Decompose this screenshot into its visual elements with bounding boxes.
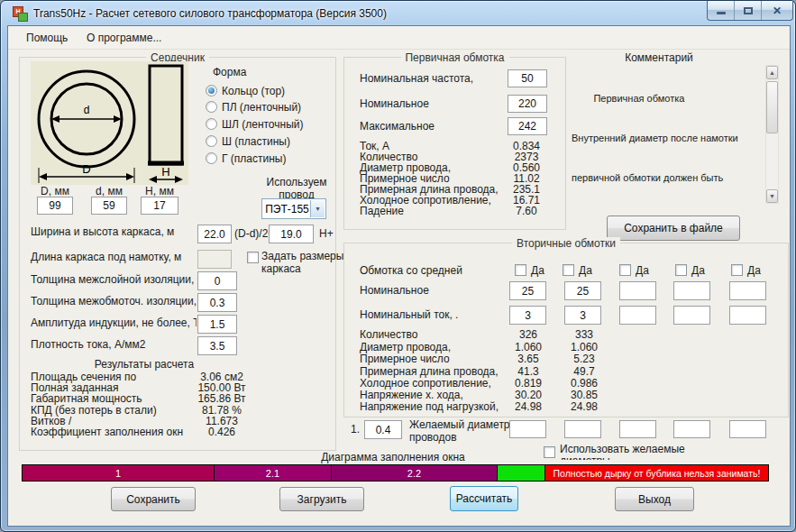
- secondary-result-label: Примерное число: [360, 353, 450, 365]
- induction-input[interactable]: [197, 315, 237, 334]
- middle-winding-checkbox-2[interactable]: [563, 264, 574, 276]
- frame-width-input[interactable]: [197, 225, 232, 243]
- radio-shape-shl[interactable]: [206, 118, 217, 130]
- app-window: H Trans50Hz - Расчет сетевого силового т…: [0, 0, 796, 532]
- desired-diameter-input-5[interactable]: [729, 420, 766, 438]
- save-to-file-button[interactable]: Сохранить в файле: [607, 216, 740, 241]
- wire-combobox-value: ПЭТ-155: [265, 203, 309, 216]
- radio-shape-pl[interactable]: [206, 101, 217, 113]
- primary-max-input[interactable]: [508, 117, 547, 135]
- desired-diameter-label: Желаемый диаметр проводов: [409, 418, 510, 444]
- yes-label: Да: [531, 265, 544, 277]
- radio-shape-sh-label[interactable]: Ш (пластины): [222, 136, 290, 148]
- frame-size-label: Ширина и высота каркаса, м: [31, 226, 174, 238]
- primary-frequency-input[interactable]: [508, 69, 547, 87]
- load-button[interactable]: Загрузить: [279, 487, 364, 511]
- calculate-button[interactable]: Рассчитать: [450, 486, 518, 511]
- radio-shape-g[interactable]: [206, 152, 217, 164]
- middle-winding-checkbox-1[interactable]: [515, 264, 526, 276]
- desired-diameter-input-1[interactable]: [509, 420, 546, 438]
- radio-shape-ring[interactable]: [206, 85, 217, 96]
- radio-shape-pl-label[interactable]: ПЛ (ленточный): [222, 102, 301, 114]
- secondary-nominal-label: Номинальное: [360, 285, 429, 297]
- desired-diameter-input-2[interactable]: [564, 420, 601, 438]
- use-desired-label-clipped: диаметры: [560, 455, 704, 460]
- secondary-current-input-1[interactable]: [509, 306, 546, 325]
- primary-group-caption: Первичная обмотка: [400, 51, 508, 64]
- exit-button[interactable]: Выход: [615, 487, 694, 511]
- fill-segment-2-1: 2.1: [214, 464, 332, 482]
- primary-frequency-label: Номинальная частота,: [360, 73, 473, 85]
- middle-winding-checkbox-4[interactable]: [675, 264, 687, 276]
- radio-shape-ring-label[interactable]: Кольцо (тор): [222, 86, 285, 97]
- fill-diagram-bar: 1 2.1 2.2 Полностью дырку от бублика нел…: [22, 464, 769, 482]
- winding-insulation-label: Толщина межобмоточ. изоляции,: [31, 296, 197, 307]
- middle-winding-label: Обмотка со средней: [360, 265, 462, 277]
- secondary-nominal-input-1[interactable]: [509, 281, 546, 300]
- close-button[interactable]: ✕: [761, 1, 792, 20]
- primary-max-label: Максимальное: [360, 121, 435, 133]
- desired-diameter-input-main[interactable]: [364, 420, 402, 439]
- secondary-result-value: 24.98: [502, 401, 554, 413]
- fill-diagram-title: Диаграмма заполнения окна: [303, 452, 483, 463]
- fill-segment-free: [497, 464, 545, 482]
- wire-combobox-arrow-button[interactable]: ▼: [310, 200, 325, 217]
- desired-diameter-input-3[interactable]: [619, 420, 656, 438]
- desired-index-label: 1.: [351, 424, 360, 436]
- middle-winding-checkbox-3[interactable]: [619, 264, 631, 276]
- scroll-up-button[interactable]: ▲: [766, 66, 778, 79]
- maximize-button[interactable]: [734, 1, 761, 20]
- wire-label: Используем провод: [256, 176, 337, 201]
- dim-H-input[interactable]: [141, 197, 178, 215]
- core-diagram: d D H: [31, 61, 188, 185]
- middle-winding-checkbox-5[interactable]: [731, 264, 743, 276]
- layer-insulation-input[interactable]: [197, 271, 237, 290]
- scroll-down-button[interactable]: ▼: [766, 189, 778, 203]
- screen: H Trans50Hz - Расчет сетевого силового т…: [0, 0, 796, 532]
- scroll-thumb[interactable]: [766, 81, 778, 133]
- secondary-current-input-4[interactable]: [673, 306, 710, 325]
- dim-label-H: H: [161, 165, 169, 179]
- menu-item-help[interactable]: Помощь: [26, 32, 68, 44]
- comment-line: Внутренний диаметр после намотки: [572, 132, 766, 145]
- dim-d-input[interactable]: [91, 197, 127, 215]
- fill-segment-warning: Полностью дырку от бублика нельзя занима…: [544, 464, 769, 482]
- current-density-label: Плотность тока, А/мм2: [31, 339, 197, 351]
- frame-height-input[interactable]: [269, 225, 314, 243]
- save-button[interactable]: Сохранить: [111, 487, 196, 511]
- comment-scrollbar[interactable]: ▲ ▼: [765, 65, 779, 204]
- radio-shape-shl-label[interactable]: ШЛ (ленточный): [222, 119, 303, 131]
- yes-label: Да: [636, 265, 649, 277]
- use-desired-checkbox[interactable]: [544, 446, 555, 458]
- secondary-nominal-input-4[interactable]: [673, 281, 710, 300]
- dim-D-input[interactable]: [37, 197, 73, 215]
- comment-text: Первичная обмотка Внутренний диаметр пос…: [572, 65, 766, 212]
- secondary-current-input-2[interactable]: [564, 306, 601, 325]
- menu-item-about[interactable]: О программе...: [87, 32, 161, 44]
- winding-insulation-input[interactable]: [197, 293, 237, 312]
- frame-size-suffix-label: H+: [319, 228, 334, 240]
- desired-diameter-input-4[interactable]: [673, 420, 710, 438]
- radio-shape-sh[interactable]: [206, 135, 217, 147]
- radio-shape-g-label[interactable]: Г (пластины): [222, 153, 286, 165]
- primary-nominal-input[interactable]: [508, 95, 547, 113]
- core-side-view: [150, 66, 182, 164]
- current-density-input[interactable]: [197, 336, 237, 355]
- secondary-nominal-input-2[interactable]: [564, 281, 601, 300]
- use-desired-label: Использовать желаемые: [560, 444, 685, 455]
- wire-combobox[interactable]: ПЭТ-155 ▼: [261, 198, 326, 219]
- chevron-down-icon: ▼: [315, 206, 321, 212]
- secondary-current-input-3[interactable]: [619, 306, 656, 325]
- secondary-result-label: Напряжение под нагрузкой,: [360, 401, 499, 413]
- minimize-button[interactable]: [708, 1, 734, 20]
- minimize-icon: [717, 12, 726, 14]
- window-title: Trans50Hz - Расчет сетевого силового тра…: [33, 7, 387, 20]
- secondary-nominal-input-5[interactable]: [729, 281, 766, 300]
- secondary-result-value: 326: [502, 329, 554, 341]
- result-label: Коэффициент заполнения окн: [31, 427, 183, 438]
- set-frame-size-checkbox[interactable]: [247, 252, 259, 263]
- primary-nominal-label: Номинальное: [360, 98, 429, 110]
- secondary-nominal-input-3[interactable]: [619, 281, 656, 300]
- secondary-current-input-5[interactable]: [729, 306, 766, 325]
- frame-length-input[interactable]: [197, 250, 232, 269]
